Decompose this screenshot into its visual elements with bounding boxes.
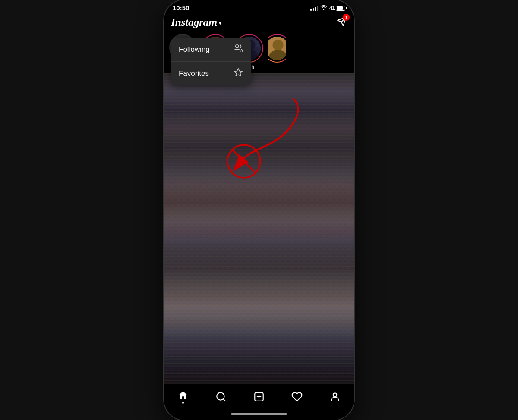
following-feed-option[interactable]: Following [171,38,251,62]
phone-frame: 10:50 41 [164,0,354,420]
svg-point-14 [272,40,283,50]
nav-search[interactable] [210,389,232,405]
heart-icon [291,391,303,402]
create-icon [253,391,265,402]
nav-activity[interactable] [286,389,308,405]
home-active-dot [182,402,184,404]
header-actions: 1 [337,16,347,28]
story-avatar-3 [268,36,286,61]
wifi-icon [320,5,327,12]
nav-home[interactable] [172,387,194,406]
color-bands [164,73,354,383]
search-icon [215,391,227,402]
home-icon [177,390,189,401]
favorites-feed-option[interactable]: Favorites [171,62,251,85]
battery-level: 41 [329,5,335,11]
signal-icon [310,6,318,11]
battery-icon: 41 [329,5,345,11]
story-person-3 [268,37,286,61]
following-label: Following [179,45,210,54]
profile-icon [329,391,341,402]
instagram-logo-button[interactable]: Instagram ▾ [171,16,221,29]
favorites-icon [234,68,243,79]
dm-badge: 1 [343,14,350,21]
instagram-logo: Instagram [171,16,217,29]
direct-message-button[interactable]: 1 [337,16,347,28]
home-indicator-bar [231,413,287,415]
story-item-3[interactable] [268,34,286,69]
feed-type-dropdown: Following Favorites [171,38,251,85]
home-indicator [164,408,354,420]
story-ring-3 [268,34,286,63]
feed-post-image [164,73,354,383]
following-icon [234,44,243,55]
nav-profile[interactable] [324,389,346,405]
svg-point-24 [333,393,337,397]
svg-line-20 [223,399,225,401]
svg-point-0 [236,45,239,48]
status-time: 10:50 [173,4,189,12]
nav-create[interactable] [248,389,270,405]
main-feed [164,73,354,383]
status-bar: 10:50 41 [164,0,354,13]
screen: 10:50 41 [164,0,354,420]
feed-selector-chevron[interactable]: ▾ [219,20,221,26]
status-icons: 41 [310,5,345,12]
bottom-nav [164,383,354,408]
svg-marker-1 [234,69,242,76]
header: Instagram ▾ 1 Following [164,13,354,32]
favorites-label: Favorites [179,69,209,78]
